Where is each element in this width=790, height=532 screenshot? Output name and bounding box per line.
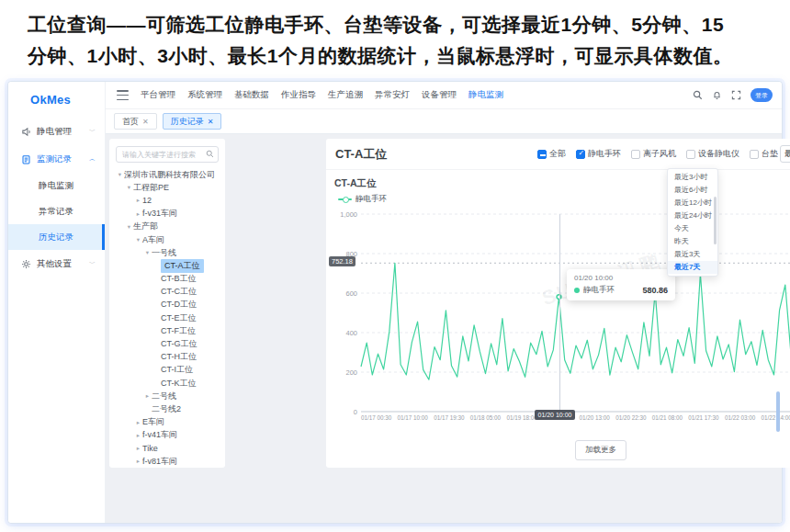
nav-item-4[interactable]: 作业指导 xyxy=(281,89,316,101)
chart-legend[interactable]: 静电手环 xyxy=(338,194,387,205)
panel-scrollbar[interactable] xyxy=(776,391,780,432)
tree-node-label: CT-E工位 xyxy=(161,312,197,324)
caret-right-icon[interactable]: ▸ xyxy=(134,419,142,426)
tree-node[interactable]: CT-C工位 xyxy=(109,286,225,299)
filter-离子风机[interactable]: 离子风机 xyxy=(631,148,676,160)
plot-svg xyxy=(361,214,790,412)
tree-node[interactable]: ▸Tike xyxy=(109,442,225,455)
tree-node[interactable]: ▸f-v31车间 xyxy=(109,208,225,221)
dropdown-option[interactable]: 今天 xyxy=(668,222,717,235)
dropdown-option[interactable]: 昨天 xyxy=(668,235,717,248)
caret-right-icon[interactable]: ▸ xyxy=(134,197,142,204)
load-more-button[interactable]: 加载更多 xyxy=(575,440,626,460)
caption-line1: 工位查询——可筛选工位静电手环、台垫等设备，可选择最近1分钟、5分钟、15 xyxy=(28,9,767,40)
tab-首页[interactable]: 首页✕ xyxy=(114,113,157,130)
nav-item-8[interactable]: 静电监测 xyxy=(468,89,503,101)
caret-right-icon[interactable]: ▸ xyxy=(143,392,152,400)
dropdown-option[interactable]: 最近24小时 xyxy=(668,209,717,222)
filter-设备静电仪[interactable]: 设备静电仪 xyxy=(686,148,739,160)
app-logo[interactable]: OkMes xyxy=(8,82,105,118)
sidebar-subitem[interactable]: 静电监测 xyxy=(8,173,105,198)
nav-item-1[interactable]: 平台管理 xyxy=(141,89,175,101)
caret-down-icon[interactable]: ▾ xyxy=(125,223,133,231)
nav-item-3[interactable]: 基础数据 xyxy=(234,89,269,101)
caret-down-icon[interactable]: ▾ xyxy=(143,249,152,256)
nav-item-7[interactable]: 设备管理 xyxy=(422,89,457,101)
filter-全部[interactable]: 全部 xyxy=(537,148,566,160)
tree-node[interactable]: CT-E工位 xyxy=(109,311,225,324)
sidebar-item[interactable]: 其他设置﹀ xyxy=(8,250,105,277)
checkbox-unchecked-icon[interactable] xyxy=(686,150,695,159)
tree-node[interactable]: CT-G工位 xyxy=(109,337,225,350)
tree-node[interactable]: ▾一号线 xyxy=(109,246,225,259)
tree-node-label: 一号线 xyxy=(152,247,176,259)
tab-历史记录[interactable]: 历史记录✕ xyxy=(163,113,222,130)
tree-node-label: CT-D工位 xyxy=(161,299,197,311)
tree-node[interactable]: ▸E车间 xyxy=(109,416,225,429)
collapse-menu-icon[interactable] xyxy=(117,90,129,100)
caret-right-icon[interactable]: ▸ xyxy=(134,432,142,439)
tree-node[interactable]: CT-F工位 xyxy=(109,324,225,337)
sidebar-subitem[interactable]: 历史记录 xyxy=(8,224,105,250)
sidebar: OkMes 静电管理﹀监测记录︿静电监测异常记录历史记录其他设置﹀ xyxy=(8,82,106,523)
bell-icon[interactable] xyxy=(712,90,722,100)
panel-header: CT-A工位 全部静电手环离子风机设备静电仪台垫 最近7天 ▲ 导出 xyxy=(326,139,790,170)
tree-node-label: 二号线 xyxy=(152,391,176,402)
time-range-select[interactable]: 最近7天 ▲ xyxy=(780,145,790,163)
sidebar-item-label: 其他设置 xyxy=(37,258,89,270)
dropdown-option[interactable]: 最近3天 xyxy=(668,248,717,261)
user-avatar[interactable]: 登录 xyxy=(750,88,773,102)
sidebar-item[interactable]: 监测记录︿ xyxy=(8,145,105,173)
checkbox-checked-icon[interactable] xyxy=(576,150,585,159)
tree-node-label: 二号线2 xyxy=(152,403,181,415)
nav-item-2[interactable]: 系统管理 xyxy=(187,89,222,101)
dropdown-option[interactable]: 最近6小时 xyxy=(668,184,717,197)
tree-node[interactable]: CT-H工位 xyxy=(109,351,225,364)
chart-region: CT-A工位 静电手环 02004006008001,000 752.18 01… xyxy=(326,170,790,435)
caret-down-icon[interactable]: ▾ xyxy=(125,184,133,191)
tree-node[interactable]: ▸f-v41车间 xyxy=(109,429,225,442)
dropdown-option[interactable]: 最近7天 xyxy=(668,261,717,274)
filter-静电手环[interactable]: 静电手环 xyxy=(576,148,621,160)
tree-node[interactable]: CT-K工位 xyxy=(109,377,225,390)
close-icon[interactable]: ✕ xyxy=(142,118,149,126)
filter-台垫[interactable]: 台垫 xyxy=(750,148,778,160)
close-icon[interactable]: ✕ xyxy=(208,118,214,126)
nav-item-6[interactable]: 异常安灯 xyxy=(375,89,410,101)
dropdown-option[interactable]: 最近12小时 xyxy=(668,197,717,209)
tree-node[interactable]: ▾生产部 xyxy=(109,221,225,233)
tree-node[interactable]: ▸f-v81车间 xyxy=(109,455,225,468)
dropdown-option[interactable]: 最近3小时 xyxy=(668,171,717,184)
chevron-down-icon: ﹀ xyxy=(89,259,96,268)
caret-down-icon[interactable]: ▾ xyxy=(116,171,124,178)
nav-item-5[interactable]: 生产追溯 xyxy=(328,89,363,101)
sidebar-item[interactable]: 静电管理﹀ xyxy=(8,118,105,145)
tree-node[interactable]: CT-I工位 xyxy=(109,364,225,377)
y-tick-label: 1,000 xyxy=(328,210,357,219)
nav-items: 平台管理系统管理基础数据作业指导生产追溯异常安灯设备管理静电监测 xyxy=(141,89,503,101)
caret-right-icon[interactable]: ▸ xyxy=(134,458,142,465)
legend-line-icon xyxy=(338,198,352,200)
tree-node[interactable]: ▾深圳市讯鹏科技有限公司 xyxy=(109,168,225,181)
tree-node[interactable]: ▸二号线 xyxy=(109,390,225,402)
tree-node-label: CT-B工位 xyxy=(161,273,197,285)
dropdown-scrollbar[interactable] xyxy=(714,197,717,244)
tree-node[interactable]: ▾工程部PE xyxy=(109,181,225,194)
tree-node[interactable]: ▾A车间 xyxy=(109,233,225,246)
tree-search-input[interactable] xyxy=(116,146,219,163)
tree-node[interactable]: 二号线2 xyxy=(109,402,225,415)
caret-right-icon[interactable]: ▸ xyxy=(134,445,142,452)
checkbox-indeterminate-icon[interactable] xyxy=(537,150,547,159)
checkbox-unchecked-icon[interactable] xyxy=(631,150,640,159)
fullscreen-icon[interactable] xyxy=(731,90,741,100)
tree-node[interactable]: ▸12 xyxy=(109,194,225,207)
checkbox-unchecked-icon[interactable] xyxy=(750,150,759,159)
tree-node[interactable]: CT-D工位 xyxy=(109,299,225,311)
tree-node[interactable]: CT-B工位 xyxy=(109,273,225,286)
tooltip-value: 580.86 xyxy=(642,286,668,295)
caret-down-icon[interactable]: ▾ xyxy=(134,236,142,243)
search-icon[interactable] xyxy=(693,90,703,100)
tree-node[interactable]: CT-A工位 xyxy=(109,259,225,272)
caret-right-icon[interactable]: ▸ xyxy=(134,210,142,218)
sidebar-subitem[interactable]: 异常记录 xyxy=(8,198,105,224)
